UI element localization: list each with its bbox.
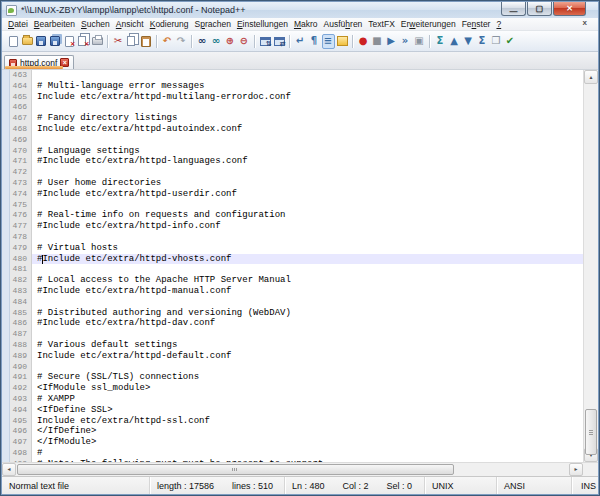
close-all-icon[interactable]: ×: [77, 34, 90, 49]
editor-line[interactable]: 493# XAMPP: [10, 394, 583, 405]
editor-line[interactable]: 465Include etc/extra/httpd-multilang-err…: [10, 92, 583, 103]
macro-stop-icon[interactable]: ■: [371, 34, 384, 49]
menu-bearbeiten[interactable]: Bearbeiten: [31, 19, 78, 29]
editor-line[interactable]: 484: [10, 297, 583, 308]
menu-sprachen[interactable]: Sprachen: [191, 19, 233, 29]
editor-line[interactable]: 463: [10, 70, 583, 81]
menu-einstellungen[interactable]: Einstellungen: [234, 19, 291, 29]
move-up-icon[interactable]: ▲: [448, 34, 461, 49]
minimize-button[interactable]: —: [501, 2, 526, 16]
editor-line[interactable]: 494<IfDefine SSL>: [10, 405, 583, 416]
status-eol-format[interactable]: UNIX: [425, 477, 497, 494]
editor-line[interactable]: 474#Include etc/extra/httpd-userdir.conf: [10, 189, 583, 200]
menu-ansicht[interactable]: Ansicht: [113, 19, 147, 29]
scroll-left-arrow[interactable]: ◄: [2, 463, 16, 476]
editor-line[interactable]: 483#Include etc/extra/httpd-manual.conf: [10, 286, 583, 297]
doc-monitor-icon[interactable]: ❐: [490, 34, 503, 49]
editor-line[interactable]: 495Include etc/extra/httpd-ssl.conf: [10, 416, 583, 427]
editor-line[interactable]: 473# User home directories: [10, 178, 583, 189]
editor-line[interactable]: 476# Real-time info on requests and conf…: [10, 210, 583, 221]
redo-icon[interactable]: ↷: [175, 34, 188, 49]
word-wrap-icon[interactable]: ↵: [294, 34, 307, 49]
show-indent-guide-icon[interactable]: ≡: [322, 34, 335, 49]
close-button[interactable]: ✕: [553, 2, 586, 16]
sync-horizontal-icon[interactable]: ⇄: [273, 34, 286, 49]
menu-close-icon[interactable]: x: [580, 18, 590, 27]
textfx-z-icon[interactable]: Σ: [476, 34, 489, 49]
zoom-in-icon[interactable]: ⊕: [224, 34, 237, 49]
menu-hilfe[interactable]: ?: [493, 19, 504, 29]
editor-line[interactable]: 477#Include etc/extra/httpd-info.conf: [10, 221, 583, 232]
vscroll-track[interactable]: [584, 84, 598, 448]
menu-makro[interactable]: Makro: [291, 19, 321, 29]
editor-line[interactable]: 492<IfModule ssl_module>: [10, 383, 583, 394]
status-insert-mode[interactable]: INS: [572, 477, 598, 494]
vertical-scrollbar[interactable]: ▲ ▼: [583, 70, 598, 462]
maximize-button[interactable]: ▢: [527, 2, 552, 16]
status-encoding[interactable]: ANSI: [497, 477, 572, 494]
editor-line[interactable]: 488# Various default settings: [10, 340, 583, 351]
macro-record-icon[interactable]: ●: [357, 34, 370, 49]
editor-line[interactable]: 472: [10, 167, 583, 178]
editor-line[interactable]: 470# Language settings: [10, 146, 583, 157]
scroll-up-arrow[interactable]: ▲: [584, 70, 598, 84]
editor-line[interactable]: 478: [10, 232, 583, 243]
editor-line[interactable]: 499# Note: The following must must be pr…: [10, 459, 583, 462]
horizontal-scrollbar[interactable]: ◄ ►: [2, 462, 598, 476]
menu-suchen[interactable]: Suchen: [78, 19, 113, 29]
titlebar[interactable]: *\\LINUX-ZBYY\lampp\lampp\etc\httpd.conf…: [2, 2, 598, 18]
print-icon[interactable]: [91, 34, 104, 49]
hscroll-thumb[interactable]: [17, 464, 454, 475]
paste-icon[interactable]: [140, 34, 153, 49]
textfx-sum-icon[interactable]: Σ: [434, 34, 447, 49]
menu-kodierung[interactable]: Kodierung: [147, 19, 192, 29]
cut-icon[interactable]: ✂: [112, 34, 125, 49]
menu-ausfuehren[interactable]: Ausführen: [321, 19, 366, 29]
bookmark-margin[interactable]: [2, 70, 10, 462]
editor-line[interactable]: 466: [10, 102, 583, 113]
editor-line[interactable]: 475: [10, 200, 583, 211]
editor-line[interactable]: 467# Fancy directory listings: [10, 113, 583, 124]
editor-line[interactable]: 498#: [10, 448, 583, 459]
vscroll-thumb[interactable]: [585, 409, 597, 455]
editor-line[interactable]: 479# Virtual hosts: [10, 243, 583, 254]
replace-icon[interactable]: ∞: [210, 34, 223, 49]
find-icon[interactable]: ∞: [196, 34, 209, 49]
scroll-right-arrow[interactable]: ►: [569, 463, 583, 476]
show-all-characters-icon[interactable]: ¶: [308, 34, 321, 49]
spell-check-icon[interactable]: ✔: [504, 34, 517, 49]
editor-line[interactable]: 482# Local access to the Apache HTTP Ser…: [10, 275, 583, 286]
editor-line[interactable]: 486#Include etc/extra/httpd-dav.conf: [10, 318, 583, 329]
menu-textfx[interactable]: TextFX: [365, 19, 397, 29]
macro-run-multiple-icon[interactable]: »: [399, 34, 412, 49]
editor-line[interactable]: 491# Secure (SSL/TLS) connections: [10, 372, 583, 383]
menu-erweiterungen[interactable]: Erweiterungen: [398, 19, 459, 29]
open-file-icon[interactable]: [21, 34, 34, 49]
move-down-icon[interactable]: ▼: [462, 34, 475, 49]
save-all-icon[interactable]: [49, 34, 62, 49]
editor-line-current[interactable]: 480#Include etc/extra/httpd-vhosts.conf: [10, 254, 583, 265]
editor-line[interactable]: 497</IfModule>: [10, 437, 583, 448]
editor-line[interactable]: 496</IfDefine>: [10, 426, 583, 437]
editor-line[interactable]: 490: [10, 362, 583, 373]
editor-line[interactable]: 489Include etc/extra/httpd-default.conf: [10, 351, 583, 362]
zoom-out-icon[interactable]: ⊖: [238, 34, 251, 49]
editor-line[interactable]: 471#Include etc/extra/httpd-languages.co…: [10, 156, 583, 167]
editor-area[interactable]: 463464# Multi-language error messages465…: [2, 70, 598, 462]
menu-fenster[interactable]: Fenster: [459, 19, 494, 29]
close-file-icon[interactable]: ×: [63, 34, 76, 49]
text-lines[interactable]: 463464# Multi-language error messages465…: [10, 70, 583, 462]
hscroll-track[interactable]: [16, 463, 569, 476]
macro-play-icon[interactable]: ▶: [385, 34, 398, 49]
sync-vertical-icon[interactable]: ⇅: [259, 34, 272, 49]
editor-line[interactable]: 468Include etc/extra/httpd-autoindex.con…: [10, 124, 583, 135]
copy-icon[interactable]: [126, 34, 139, 49]
undo-icon[interactable]: ↶: [161, 34, 174, 49]
editor-line[interactable]: 485# Distributed authoring and versionin…: [10, 308, 583, 319]
new-file-icon[interactable]: [7, 34, 20, 49]
editor-line[interactable]: 481: [10, 264, 583, 275]
editor-line[interactable]: 464# Multi-language error messages: [10, 81, 583, 92]
macro-save-icon[interactable]: ▣: [413, 34, 426, 49]
menu-datei[interactable]: Datei: [5, 19, 31, 29]
editor-line[interactable]: 469: [10, 135, 583, 146]
